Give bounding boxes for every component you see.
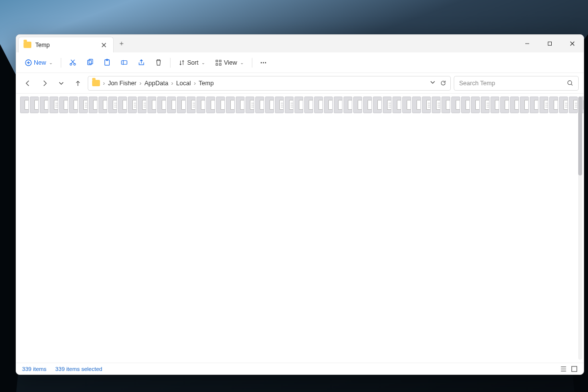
crumb-3[interactable]: Temp <box>199 80 214 87</box>
file-item[interactable]: 4438dffb-709e-4f3b-9069-f29ab743d9e9.tmp <box>177 97 186 113</box>
file-item[interactable]: 29b711bd-b8e1-4dd3-8c71-7d64fb5d54ee.t..… <box>167 97 176 113</box>
file-item[interactable]: ca9dfe25-2c53-497a-8b25-de3334982501.tmp <box>471 97 480 113</box>
file-item[interactable]: wct3ED5.tmp <box>294 97 303 113</box>
copy-button[interactable] <box>82 55 98 70</box>
file-item[interactable]: wct13C6.tmp <box>69 97 78 113</box>
crumb-1[interactable]: AppData <box>145 80 169 87</box>
file-item[interactable]: 4af6ff26-fe73-4e92-9117-1723f60980b2.tmp <box>236 97 245 113</box>
file-item[interactable]: mat-debug-4344.log <box>108 97 117 113</box>
file-item[interactable]: 502bd901-7915-4153-a527-bfda7344bc15.t..… <box>490 97 499 113</box>
file-item[interactable]: bc3902d8132f43e3ae086a009979fa88.db <box>334 97 343 113</box>
file-item[interactable]: wct5D4B.tmp <box>89 97 98 113</box>
file-item[interactable]: wct6606.tmp <box>147 97 156 113</box>
file-item[interactable]: wct8991.tmp <box>304 97 313 113</box>
file-icon <box>240 100 245 110</box>
file-item[interactable]: cf492662-1686-41bb-bc7b-bbfe98b29d99.t..… <box>530 97 539 113</box>
file-item[interactable]: mat-debug-20864.log <box>285 97 294 113</box>
rename-button[interactable] <box>117 55 132 70</box>
maximize-button[interactable] <box>539 35 561 52</box>
file-item[interactable]: mat-debug-17644.log <box>422 97 431 113</box>
close-button[interactable] <box>561 35 584 52</box>
cut-button[interactable] <box>65 55 80 70</box>
file-item[interactable]: wct17C4.tmp <box>441 97 450 113</box>
file-item[interactable]: wct1025.tmp <box>500 97 509 113</box>
share-button[interactable] <box>134 55 149 70</box>
paste-button[interactable] <box>99 55 115 70</box>
file-icon <box>534 100 539 110</box>
file-item[interactable]: wct8577.tmp <box>59 97 68 113</box>
file-item[interactable]: cv_debug.log <box>187 97 196 113</box>
tab-temp[interactable]: Temp <box>18 37 114 52</box>
file-icon <box>583 100 584 110</box>
file-item[interactable]: wct9E74.tmp <box>510 97 519 113</box>
file-icon <box>74 100 78 110</box>
file-item[interactable]: mat-debug-23044.log <box>559 97 568 113</box>
view-button[interactable]: View⌄ <box>211 55 248 70</box>
file-item[interactable]: mat-debug-21368.log <box>383 97 392 113</box>
file-item[interactable]: wct3F47.tmp <box>402 97 411 113</box>
file-item[interactable]: wct5E66.tmp <box>206 97 215 113</box>
status-selected: 339 items selected <box>55 366 102 372</box>
delete-button[interactable] <box>151 55 166 70</box>
file-item[interactable]: wct846C.tmp <box>520 97 529 113</box>
file-item[interactable]: wct6270.tmp <box>451 97 460 113</box>
file-item[interactable]: wct6668.tmp <box>255 97 264 113</box>
large-view-icon[interactable] <box>571 366 578 372</box>
file-item[interactable]: wctC594.tmp <box>363 97 372 113</box>
address-dropdown-icon[interactable] <box>430 80 435 86</box>
file-item[interactable]: mat-debug-26528.log <box>128 97 137 113</box>
file-item[interactable]: 91a4eab9-4c4a-4f7f-9cc4-993ee647dc0a.tmp <box>461 97 470 113</box>
file-item[interactable]: mat-debug-21864.log <box>569 97 578 113</box>
file-item[interactable]: 8c378420-4d5b-4f70-abf4-eaedb878e665.tmp <box>324 97 333 113</box>
file-item[interactable]: mat-debug-10736.log <box>432 97 441 113</box>
file-item[interactable]: CEPHtmlEngine11-PHXS-23.3.1-com.adobe... <box>245 97 254 113</box>
file-icon <box>505 100 509 110</box>
address-bar[interactable]: › Jon Fisher › AppData › Local › Temp <box>88 76 451 91</box>
back-button[interactable] <box>21 76 35 90</box>
file-item[interactable]: f5299ff5-42b1-47ac-9b41-84ed0cd3e46b.tmp <box>392 97 401 113</box>
up-button[interactable] <box>71 76 85 90</box>
file-item[interactable]: mat-debug-21272.log <box>138 97 147 113</box>
file-item[interactable]: 402fe085-5be4-4e21-92e6-e7efd0af698c.tmp <box>40 97 49 113</box>
file-item[interactable]: .ses <box>196 97 205 113</box>
more-button[interactable]: ⋯ <box>256 55 271 70</box>
file-item[interactable]: wctAB8C.tmp <box>373 97 382 113</box>
navigation-bar: › Jon Fisher › AppData › Local › Temp Se… <box>16 73 584 94</box>
file-item[interactable]: wctB0B2.tmp <box>157 97 166 113</box>
file-item[interactable]: 6b8e91bc-617f-49c1-b518-c26647cdf4ad.tmp <box>20 97 29 113</box>
forward-button[interactable] <box>38 76 51 90</box>
crumb-2[interactable]: Local <box>176 80 191 87</box>
minimize-button[interactable] <box>516 35 539 52</box>
recent-button[interactable] <box>54 76 68 90</box>
file-item[interactable]: mat-debug-26296.log <box>275 97 284 113</box>
file-icon <box>436 100 441 110</box>
file-item[interactable]: wct1827.tmp <box>549 97 558 113</box>
file-item[interactable]: wctF116.tmp <box>118 97 127 113</box>
tab-close-button[interactable] <box>99 41 108 49</box>
refresh-button[interactable] <box>440 80 446 86</box>
sort-button[interactable]: Sort⌄ <box>174 55 209 70</box>
scrollbar[interactable] <box>578 97 582 360</box>
svg-rect-9 <box>216 60 218 62</box>
file-item[interactable]: mat-debug-14708.log <box>79 97 88 113</box>
file-item[interactable]: wctECA5.tmp <box>216 97 225 113</box>
new-button[interactable]: New⌄ <box>21 55 57 70</box>
view-label: View <box>224 59 237 66</box>
file-item[interactable]: wct3746.tmp <box>353 97 362 113</box>
file-item[interactable]: wctD29D.tmp <box>226 97 235 113</box>
file-item[interactable]: 5cb5c20e-1c06-4262-905a-73ae57f26c51.tmp <box>412 97 421 113</box>
file-item[interactable]: CEPHtmlEngine11-PHXS-23.3.1-com.adobe... <box>539 97 548 113</box>
file-item[interactable]: 1aa211a9-6f6e-40f1-b25c-c5d9cc05a18b.tmp <box>98 97 107 113</box>
new-tab-button[interactable]: ＋ <box>114 35 129 52</box>
file-item[interactable]: b64659e7-1432-4768-8c8a-198c170f7532.tmp <box>314 97 323 113</box>
file-icon <box>309 100 313 110</box>
search-input[interactable]: Search Temp <box>454 76 579 91</box>
file-item[interactable]: mat-debug-19652.log <box>481 97 490 113</box>
scrollbar-thumb[interactable] <box>578 97 582 175</box>
crumb-0[interactable]: Jon Fisher <box>108 80 136 87</box>
details-view-icon[interactable] <box>560 366 567 372</box>
file-item[interactable]: mat-debug-18640.log <box>49 97 58 113</box>
file-item[interactable]: 12ded60a-9f67-4c9f-99a1-2142ac955207.tmp <box>30 97 39 113</box>
file-item[interactable]: 718391f2-e763-45a5-a672-d1ba7fefd39d.tmp <box>343 97 352 113</box>
file-item[interactable]: 606d9c81-5ed0-4a22-857e-c485b9016318.t..… <box>265 97 274 113</box>
